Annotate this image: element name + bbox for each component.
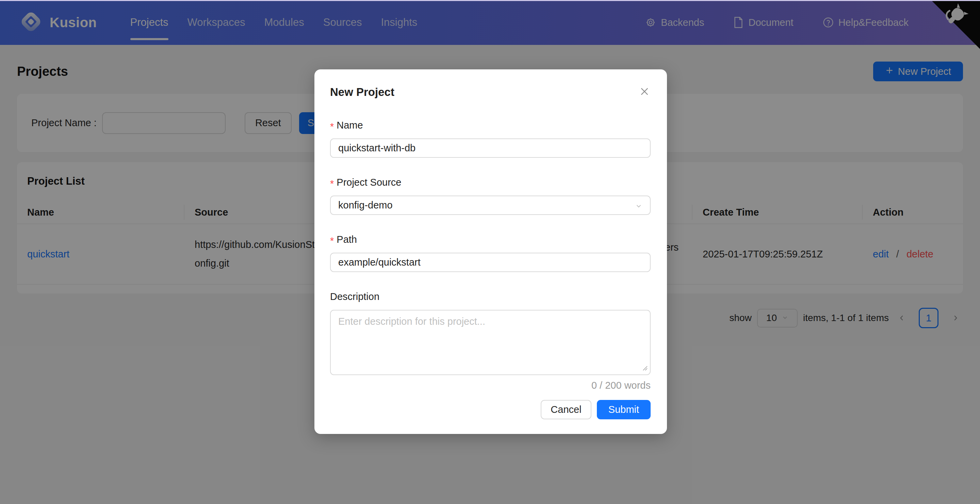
project-source-selected-value: konfig-demo (338, 200, 393, 211)
name-input[interactable] (330, 138, 651, 158)
required-mark: * (330, 235, 334, 247)
name-field: * Name (330, 120, 651, 158)
description-textarea[interactable] (330, 310, 651, 375)
description-field: Description 0 / 200 words (330, 291, 651, 391)
path-field-label: Path (337, 234, 357, 245)
chevron-down-icon (635, 202, 643, 210)
path-field: * Path (330, 234, 651, 272)
project-source-select[interactable]: konfig-demo (330, 195, 651, 215)
close-icon (639, 86, 650, 98)
submit-button[interactable]: Submit (597, 400, 651, 419)
description-field-label: Description (330, 291, 379, 302)
cancel-button[interactable]: Cancel (541, 400, 592, 419)
project-source-field-label: Project Source (337, 177, 401, 188)
window-top-edge (0, 0, 980, 1)
app-canvas: Kusion Projects Workspaces Modules Sourc… (0, 0, 980, 504)
project-source-field: * Project Source konfig-demo (330, 177, 651, 215)
path-input[interactable] (330, 253, 651, 272)
modal-title: New Project (330, 86, 651, 98)
name-field-label: Name (337, 120, 363, 131)
new-project-modal: New Project * Name * Project Source (314, 70, 667, 434)
word-counter: 0 / 200 words (330, 380, 651, 391)
modal-close-button[interactable] (637, 84, 652, 99)
required-mark: * (330, 178, 334, 189)
required-mark: * (330, 121, 334, 132)
